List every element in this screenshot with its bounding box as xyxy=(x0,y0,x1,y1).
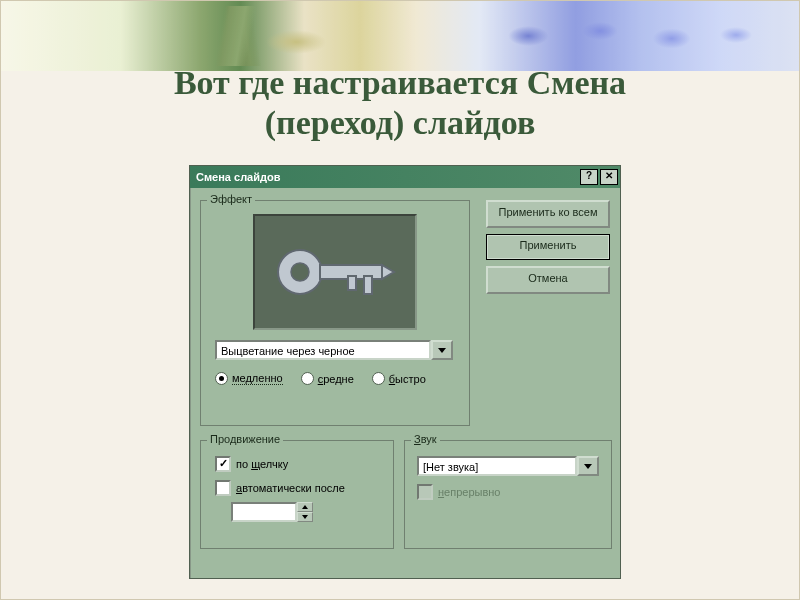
close-button[interactable]: ✕ xyxy=(600,169,618,185)
effect-preview[interactable] xyxy=(253,214,417,330)
on-click-label: по щелчку xyxy=(236,458,288,470)
chevron-down-icon xyxy=(584,464,592,469)
effect-dropdown-value: Выцветание через черное xyxy=(215,340,431,360)
help-button[interactable]: ? xyxy=(580,169,598,185)
key-icon xyxy=(270,232,400,312)
time-spinner xyxy=(297,502,313,522)
speed-fast-radio[interactable]: быстро xyxy=(372,372,426,385)
effect-group: Эффект Выцветание через черное xyxy=(200,200,470,426)
slide-transition-dialog: Смена слайдов ? ✕ Эффект Выцветание чере… xyxy=(189,165,621,579)
time-field[interactable] xyxy=(231,502,297,522)
chevron-down-icon xyxy=(302,515,308,519)
chevron-up-icon xyxy=(302,505,308,509)
sound-group-label: Звук xyxy=(411,433,440,445)
speed-medium-label: средне xyxy=(318,373,354,385)
auto-time-input[interactable] xyxy=(231,502,313,522)
effect-group-label: Эффект xyxy=(207,193,255,205)
speed-medium-radio[interactable]: средне xyxy=(301,372,354,385)
slide-title-line2: (переход) слайдов xyxy=(1,103,799,143)
radio-icon xyxy=(215,372,228,385)
speed-slow-label: медленно xyxy=(232,372,283,385)
dialog-titlebar[interactable]: Смена слайдов ? ✕ xyxy=(190,166,620,188)
radio-icon xyxy=(372,372,385,385)
sound-group: Звук [Нет звука] непрерывно xyxy=(404,440,612,549)
sound-dropdown-value: [Нет звука] xyxy=(417,456,577,476)
speed-fast-label: быстро xyxy=(389,373,426,385)
slide-decorative-header xyxy=(1,1,799,71)
radio-icon xyxy=(301,372,314,385)
advance-group-label: Продвижение xyxy=(207,433,283,445)
cancel-button[interactable]: Отмена xyxy=(486,266,610,294)
dialog-button-column: Применить ко всем Применить Отмена xyxy=(486,200,610,294)
svg-rect-3 xyxy=(348,276,356,290)
auto-after-label: автоматически после xyxy=(236,482,345,494)
spin-up-button[interactable] xyxy=(297,502,313,512)
dialog-body: Эффект Выцветание через черное xyxy=(190,188,620,578)
chevron-down-icon xyxy=(438,348,446,353)
speed-radio-group: медленно средне быстро xyxy=(215,372,455,385)
apply-button[interactable]: Применить xyxy=(486,234,610,260)
auto-after-checkbox[interactable]: автоматически после xyxy=(215,480,345,496)
sound-dropdown-button[interactable] xyxy=(577,456,599,476)
slide-title-line1: Вот где настраивается Смена xyxy=(1,63,799,103)
spin-down-button[interactable] xyxy=(297,512,313,522)
on-click-checkbox[interactable]: по щелчку xyxy=(215,456,288,472)
effect-dropdown[interactable]: Выцветание через черное xyxy=(215,340,453,360)
dialog-title: Смена слайдов xyxy=(196,171,578,183)
loop-label: непрерывно xyxy=(438,486,500,498)
svg-rect-4 xyxy=(364,276,372,294)
effect-dropdown-button[interactable] xyxy=(431,340,453,360)
checkbox-icon xyxy=(215,480,231,496)
svg-point-1 xyxy=(291,263,309,281)
speed-slow-radio[interactable]: медленно xyxy=(215,372,283,385)
advance-group: Продвижение по щелчку автоматически посл… xyxy=(200,440,394,549)
slide-title: Вот где настраивается Смена (переход) сл… xyxy=(1,63,799,143)
checkbox-icon xyxy=(417,484,433,500)
checkbox-icon xyxy=(215,456,231,472)
loop-checkbox: непрерывно xyxy=(417,484,500,500)
sound-dropdown[interactable]: [Нет звука] xyxy=(417,456,599,476)
apply-all-button[interactable]: Применить ко всем xyxy=(486,200,610,228)
